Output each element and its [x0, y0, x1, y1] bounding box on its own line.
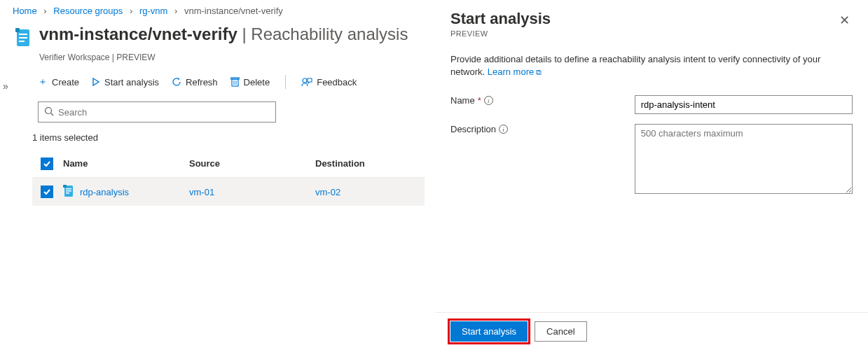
plus-icon: ＋ — [38, 76, 48, 88]
row-name-link[interactable]: rdp-analysis — [80, 187, 129, 197]
feedback-icon — [301, 77, 312, 87]
panel-description: Provide additional details to define a r… — [435, 42, 868, 83]
table-row[interactable]: rdp-analysis vm-01 vm-02 — [32, 178, 425, 206]
svg-point-9 — [303, 78, 307, 83]
create-button[interactable]: ＋ Create — [38, 76, 79, 88]
svg-rect-13 — [63, 185, 67, 188]
refresh-icon — [172, 77, 181, 87]
create-label: Create — [52, 77, 79, 88]
toolbar-separator — [285, 75, 286, 89]
chevron-right-icon: › — [130, 6, 132, 16]
search-input[interactable] — [38, 102, 276, 122]
svg-rect-1 — [15, 28, 20, 32]
expand-control[interactable]: » — [3, 80, 8, 92]
svg-rect-15 — [66, 190, 71, 192]
name-field[interactable] — [635, 95, 853, 114]
page-title-section: Reachability analysis — [251, 24, 408, 43]
breadcrumb-rg-name[interactable]: rg-vnm — [139, 6, 167, 16]
description-field[interactable] — [635, 124, 853, 194]
learn-more-link[interactable]: Learn more ⧉ — [488, 66, 542, 77]
chevron-right-icon: › — [174, 6, 177, 16]
external-link-icon: ⧉ — [534, 68, 542, 76]
learn-more-label: Learn more — [488, 66, 534, 77]
col-name[interactable]: Name — [63, 158, 189, 169]
svg-rect-2 — [19, 34, 27, 35]
feedback-button[interactable]: Feedback — [301, 77, 357, 88]
close-icon[interactable]: ✕ — [836, 10, 853, 31]
panel-footer: Start analysis Cancel — [435, 312, 868, 350]
info-icon[interactable]: i — [499, 125, 508, 134]
results-table: Name Source Destination rdp-analysis vm-… — [32, 150, 425, 206]
panel-subtitle: PREVIEW — [450, 29, 551, 38]
search-field[interactable] — [58, 107, 270, 118]
svg-rect-4 — [19, 41, 25, 42]
name-label: Name — [450, 95, 475, 106]
feedback-label: Feedback — [317, 77, 357, 88]
start-analysis-label: Start analysis — [104, 77, 159, 88]
svg-rect-16 — [66, 192, 69, 194]
start-analysis-submit-button[interactable]: Start analysis — [450, 321, 528, 342]
col-destination[interactable]: Destination — [315, 158, 427, 169]
panel-title: Start analysis — [450, 10, 551, 28]
svg-rect-14 — [66, 188, 71, 190]
refresh-button[interactable]: Refresh — [172, 77, 218, 88]
breadcrumb-home[interactable]: Home — [13, 6, 37, 16]
description-label: Description — [450, 124, 496, 134]
page-title: vnm-instance/vnet-verify | Reachability … — [39, 24, 408, 44]
refresh-label: Refresh — [186, 77, 218, 88]
info-icon[interactable]: i — [484, 96, 493, 105]
delete-button[interactable]: Delete — [230, 77, 270, 88]
page-title-resource: vnm-instance/vnet-verify — [39, 24, 237, 43]
svg-point-10 — [46, 107, 52, 113]
search-icon — [44, 106, 54, 118]
svg-rect-3 — [19, 37, 27, 38]
svg-rect-6 — [230, 78, 240, 79]
chevron-right-icon: › — [43, 6, 46, 16]
col-source[interactable]: Source — [189, 158, 315, 169]
row-dest-link[interactable]: vm-02 — [315, 187, 427, 197]
play-icon — [92, 78, 100, 86]
start-analysis-button[interactable]: Start analysis — [92, 77, 159, 88]
svg-line-11 — [51, 113, 54, 115]
row-checkbox[interactable] — [41, 186, 53, 198]
svg-rect-5 — [232, 79, 238, 86]
workspace-icon — [13, 26, 32, 50]
row-source-link[interactable]: vm-01 — [189, 187, 315, 197]
breadcrumb-resource-groups[interactable]: Resource groups — [53, 6, 123, 16]
required-indicator: * — [478, 95, 481, 106]
table-header-row: Name Source Destination — [32, 150, 425, 178]
select-all-checkbox[interactable] — [41, 158, 53, 170]
start-analysis-panel: Start analysis PREVIEW ✕ Provide additio… — [435, 0, 868, 350]
analysis-icon — [63, 185, 74, 200]
breadcrumb-current: vnm-instance/vnet-verify — [184, 6, 283, 16]
delete-label: Delete — [244, 77, 270, 88]
cancel-button[interactable]: Cancel — [535, 321, 586, 342]
trash-icon — [230, 77, 240, 87]
